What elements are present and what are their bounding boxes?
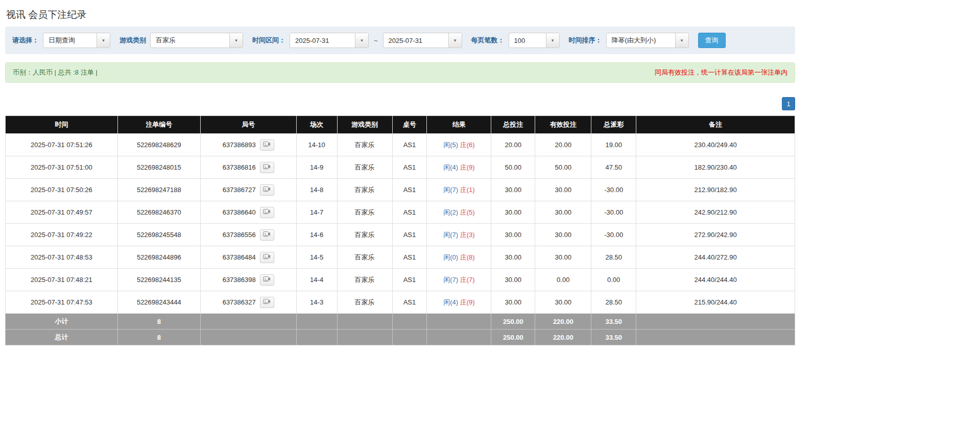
cell-game-type: 百家乐 bbox=[337, 269, 392, 291]
cell-bet-id: 522698244896 bbox=[117, 246, 200, 269]
query-type-value: 日期查询 bbox=[43, 33, 97, 48]
cell-total-bet-link[interactable]: 30.00 bbox=[491, 179, 535, 201]
total-row-payout: 33.50 bbox=[591, 330, 636, 345]
date-to-select[interactable]: 2025-07-31 ▾ bbox=[383, 33, 462, 48]
header-table-no: 桌号 bbox=[392, 116, 427, 134]
chevron-down-icon[interactable]: ▾ bbox=[229, 33, 243, 48]
cell-remark: 182.90/230.40 bbox=[636, 156, 795, 179]
subtotal-row-count: 8 bbox=[117, 314, 200, 330]
round-video-replay-button[interactable] bbox=[260, 252, 274, 263]
cell-round-id: 637386893 bbox=[200, 134, 296, 156]
time-sort-label: 时间排序： bbox=[569, 36, 602, 45]
table-row: 2025-07-31 07:48:53522698244896637386484… bbox=[6, 246, 795, 269]
date-from-select[interactable]: 2025-07-31 ▾ bbox=[290, 33, 369, 48]
round-id-group: 637386640 bbox=[223, 207, 274, 218]
round-video-replay-button[interactable] bbox=[260, 229, 274, 241]
round-video-replay-button[interactable] bbox=[260, 297, 274, 308]
pagination: 1 bbox=[5, 97, 795, 110]
page-size-value: 100 bbox=[509, 33, 546, 48]
cell-table-no: AS1 bbox=[392, 156, 427, 179]
select-type-label: 请选择： bbox=[12, 36, 39, 45]
cell-result: 闲(4) 庄(9) bbox=[427, 291, 491, 314]
cell-time: 2025-07-31 07:49:57 bbox=[6, 201, 118, 224]
cell-time: 2025-07-31 07:48:53 bbox=[6, 246, 118, 269]
round-video-replay-button[interactable] bbox=[260, 139, 274, 151]
time-sort-select[interactable]: 降幂(由大到小) ▾ bbox=[606, 33, 689, 48]
cell-table-no: AS1 bbox=[392, 201, 427, 224]
round-video-replay-button[interactable] bbox=[260, 207, 274, 218]
result-banker: 庄(9) bbox=[460, 298, 475, 306]
cell-payout: 28.50 bbox=[591, 291, 636, 314]
header-bet-id: 注单编号 bbox=[117, 116, 200, 134]
chevron-down-icon[interactable]: ▾ bbox=[546, 33, 559, 48]
total-row-empty bbox=[427, 330, 491, 345]
round-id-group: 637386727 bbox=[223, 184, 274, 196]
video-record-icon bbox=[263, 186, 271, 194]
cell-table-no: AS1 bbox=[392, 134, 427, 156]
page-number-button[interactable]: 1 bbox=[782, 97, 795, 110]
cell-session: 14-7 bbox=[296, 201, 337, 224]
cell-remark: 244.40/244.40 bbox=[636, 269, 795, 291]
filter-bar: 请选择： 日期查询 ▾ 游戏类别 百家乐 ▾ 时间区间： 2025-07-31 … bbox=[5, 27, 795, 54]
cell-bet-id: 522698243444 bbox=[117, 291, 200, 314]
round-video-replay-button[interactable] bbox=[260, 274, 274, 286]
cell-total-bet-link[interactable]: 30.00 bbox=[491, 201, 535, 224]
round-id-group: 637386893 bbox=[223, 139, 274, 151]
table-row: 2025-07-31 07:49:57522698246370637386640… bbox=[6, 201, 795, 224]
table-row: 2025-07-31 07:47:53522698243444637386327… bbox=[6, 291, 795, 314]
chevron-down-icon[interactable]: ▾ bbox=[97, 33, 110, 48]
cell-valid-bet: 20.00 bbox=[535, 134, 591, 156]
video-record-icon bbox=[263, 298, 271, 306]
chevron-down-icon[interactable]: ▾ bbox=[448, 33, 462, 48]
subtotal-row-empty bbox=[427, 314, 491, 330]
cell-total-bet-link[interactable]: 20.00 bbox=[491, 134, 535, 156]
cell-valid-bet: 30.00 bbox=[535, 179, 591, 201]
result-player: 闲(4) bbox=[443, 298, 458, 306]
subtotal-row-remark-empty bbox=[636, 314, 795, 330]
subtotal-row-empty bbox=[392, 314, 427, 330]
query-type-select[interactable]: 日期查询 ▾ bbox=[43, 33, 110, 48]
date-to-value: 2025-07-31 bbox=[384, 33, 448, 48]
round-video-replay-button[interactable] bbox=[260, 162, 274, 173]
subtotal-row-empty bbox=[337, 314, 392, 330]
cell-total-bet-link[interactable]: 30.00 bbox=[491, 291, 535, 314]
cell-round-id: 637386327 bbox=[200, 291, 296, 314]
chevron-down-icon[interactable]: ▾ bbox=[675, 33, 688, 48]
cell-valid-bet: 30.00 bbox=[535, 291, 591, 314]
cell-bet-id: 522698248015 bbox=[117, 156, 200, 179]
result-banker: 庄(6) bbox=[460, 141, 475, 149]
game-type-select[interactable]: 百家乐 ▾ bbox=[150, 33, 243, 48]
cell-total-bet-link[interactable]: 30.00 bbox=[491, 224, 535, 246]
cell-bet-id: 522698245548 bbox=[117, 224, 200, 246]
date-from-value: 2025-07-31 bbox=[290, 33, 355, 48]
cell-game-type: 百家乐 bbox=[337, 224, 392, 246]
cell-result: 闲(2) 庄(5) bbox=[427, 201, 491, 224]
cell-game-type: 百家乐 bbox=[337, 246, 392, 269]
cell-payout: 28.50 bbox=[591, 246, 636, 269]
cell-total-bet-link[interactable]: 50.00 bbox=[491, 156, 535, 179]
cell-round-id: 637386484 bbox=[200, 246, 296, 269]
result-banker: 庄(8) bbox=[460, 253, 475, 261]
header-result: 结果 bbox=[427, 116, 491, 134]
page-size-select[interactable]: 100 ▾ bbox=[509, 33, 560, 48]
chevron-down-icon[interactable]: ▾ bbox=[355, 33, 368, 48]
cell-total-bet-link[interactable]: 30.00 bbox=[491, 269, 535, 291]
total-row-count: 8 bbox=[117, 330, 200, 345]
cell-valid-bet: 50.00 bbox=[535, 156, 591, 179]
cell-bet-id: 522698247188 bbox=[117, 179, 200, 201]
total-row-total-bet: 250.00 bbox=[491, 330, 535, 345]
cell-game-type: 百家乐 bbox=[337, 156, 392, 179]
round-id-value: 637386816 bbox=[223, 163, 256, 171]
round-video-replay-button[interactable] bbox=[260, 184, 274, 196]
summary-bar: 币别：人民币 | 总共 :8 注单 | 同局有效投注，统一计算在该局第一张注单内 bbox=[5, 62, 795, 83]
cell-bet-id: 522698246370 bbox=[117, 201, 200, 224]
search-button[interactable]: 查询 bbox=[698, 33, 726, 48]
subtotal-row-valid-bet: 220.00 bbox=[535, 314, 591, 330]
cell-game-type: 百家乐 bbox=[337, 134, 392, 156]
header-round-id: 局号 bbox=[200, 116, 296, 134]
table-row: 2025-07-31 07:51:26522698248629637386893… bbox=[6, 134, 795, 156]
table-row: 2025-07-31 07:49:22522698245548637386556… bbox=[6, 224, 795, 246]
cell-total-bet-link[interactable]: 30.00 bbox=[491, 246, 535, 269]
cell-result: 闲(7) 庄(1) bbox=[427, 179, 491, 201]
result-player: 闲(5) bbox=[443, 141, 458, 149]
